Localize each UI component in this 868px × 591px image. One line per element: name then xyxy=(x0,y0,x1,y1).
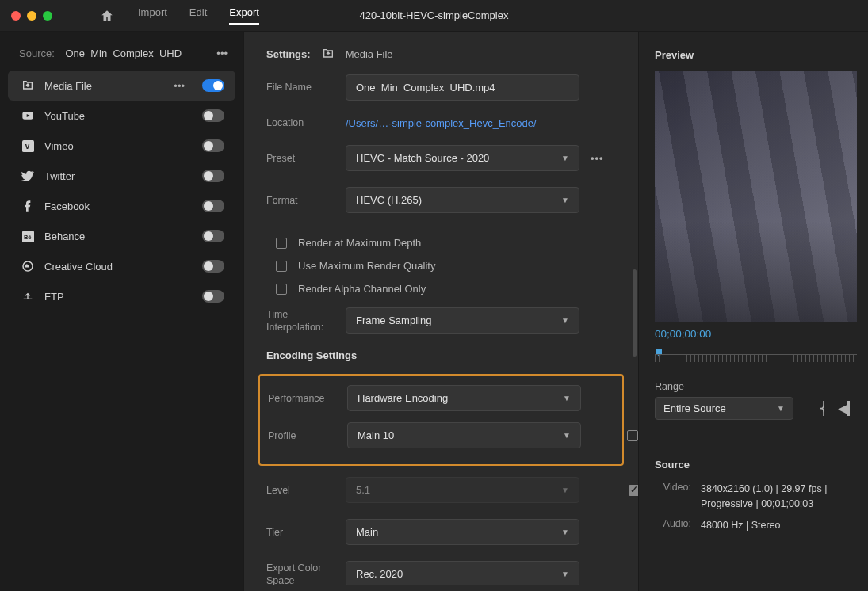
chevron-down-icon: ▼ xyxy=(561,528,569,536)
dest-vimeo[interactable]: v Vimeo xyxy=(8,131,235,161)
source-label: Source: xyxy=(19,48,55,59)
in-out-markers: ⎨ ◀▎ xyxy=(819,401,857,416)
dest-label: FTP xyxy=(44,291,193,303)
dest-media-file[interactable]: Media File ••• xyxy=(8,71,235,101)
check-render-max-depth[interactable]: Render at Maximum Depth xyxy=(276,237,616,249)
dest-toggle[interactable] xyxy=(202,290,224,303)
timecode[interactable]: 00;00;00;00 xyxy=(655,328,868,340)
mark-in-button[interactable]: ⎨ xyxy=(819,401,828,416)
tier-select[interactable]: Main▼ xyxy=(346,519,579,545)
timeline[interactable] xyxy=(655,348,857,365)
chevron-down-icon: ▼ xyxy=(561,486,569,494)
colorspace-label: Export Color Space xyxy=(266,562,346,586)
profile-match-checkbox[interactable] xyxy=(627,430,638,441)
encoding-settings-title: Encoding Settings xyxy=(266,349,616,361)
profile-select[interactable]: Main 10▼ xyxy=(347,422,581,448)
preset-select[interactable]: HEVC - Match Source - 2020▼ xyxy=(346,145,579,171)
dest-toggle[interactable] xyxy=(202,109,224,122)
dest-toggle[interactable] xyxy=(202,230,224,242)
check-label: Render at Maximum Depth xyxy=(298,237,421,249)
audio-info-label: Audio: xyxy=(655,518,691,533)
colorspace-select[interactable]: Rec. 2020▼ xyxy=(346,561,579,585)
dest-toggle[interactable] xyxy=(202,260,224,273)
chevron-down-icon: ▼ xyxy=(561,196,569,204)
preset-label: Preset xyxy=(266,152,346,165)
dest-label: Twitter xyxy=(44,170,193,182)
dest-behance[interactable]: Bē Behance xyxy=(8,221,235,251)
profile-value: Main 10 xyxy=(358,429,394,441)
dest-youtube[interactable]: YouTube xyxy=(8,101,235,131)
window-controls xyxy=(11,11,52,21)
level-label: Level xyxy=(266,484,346,497)
dest-toggle[interactable] xyxy=(202,139,224,152)
export-icon xyxy=(21,78,35,93)
source-clip-name[interactable]: One_Min_Complex_UHD xyxy=(65,48,182,59)
preview-panel: Preview 00;00;00;00 Range Entire Source▼… xyxy=(638,32,868,591)
minimize-window-button[interactable] xyxy=(27,11,36,21)
checkbox-icon xyxy=(276,284,287,295)
location-link[interactable]: /Users/…-simple-complex_Hevc_Encode/ xyxy=(346,117,537,129)
tier-value: Main xyxy=(356,526,378,538)
time-interp-value: Frame Sampling xyxy=(356,315,431,326)
timeline-ruler xyxy=(655,354,857,362)
profile-label: Profile xyxy=(268,429,347,442)
dest-facebook[interactable]: Facebook xyxy=(8,191,235,221)
format-label: Format xyxy=(266,194,346,207)
level-value: 5.1 xyxy=(356,484,370,496)
colorspace-value: Rec. 2020 xyxy=(356,568,403,580)
preset-more-button[interactable]: ••• xyxy=(591,152,604,164)
youtube-icon xyxy=(21,109,35,123)
tab-import[interactable]: Import xyxy=(138,6,167,25)
tab-edit[interactable]: Edit xyxy=(189,6,207,25)
video-info-value: 3840x2160 (1.0) | 29.97 fps | Progressiv… xyxy=(701,482,857,512)
audio-info-value: 48000 Hz | Stereo xyxy=(701,518,857,533)
destination-list: Media File ••• YouTube v Vimeo Twitter xyxy=(0,71,243,311)
scrollbar[interactable] xyxy=(633,269,637,357)
dest-twitter[interactable]: Twitter xyxy=(8,161,235,191)
format-select[interactable]: HEVC (H.265)▼ xyxy=(346,187,579,213)
dest-more-icon[interactable]: ••• xyxy=(174,80,185,92)
highlighted-settings: Performance Hardware Encoding▼ Profile M… xyxy=(258,374,624,466)
chevron-down-icon: ▼ xyxy=(563,394,571,402)
dest-creative-cloud[interactable]: Creative Cloud xyxy=(8,251,235,281)
level-select: 5.1▼ xyxy=(346,477,579,503)
dest-label: Behance xyxy=(44,231,193,242)
window-title: 420-10bit-HEVC-simpleComplex xyxy=(360,10,509,21)
source-info-title: Source xyxy=(655,459,857,471)
file-name-input[interactable] xyxy=(346,74,579,101)
video-info-label: Video: xyxy=(655,482,691,512)
time-interp-select[interactable]: Frame Sampling▼ xyxy=(346,307,579,334)
svg-text:Bē: Bē xyxy=(23,233,31,240)
range-select[interactable]: Entire Source▼ xyxy=(655,397,793,420)
destinations-panel: Source: One_Min_Complex_UHD ••• Media Fi… xyxy=(0,32,244,591)
checkbox-icon xyxy=(276,238,287,249)
performance-label: Performance xyxy=(268,392,347,405)
mark-out-button[interactable]: ◀▎ xyxy=(838,401,857,416)
range-value: Entire Source xyxy=(663,402,726,414)
media-file-icon xyxy=(322,48,335,60)
close-window-button[interactable] xyxy=(11,11,21,21)
dest-ftp[interactable]: FTP xyxy=(8,281,235,311)
tab-export[interactable]: Export xyxy=(229,6,259,25)
settings-label: Settings: xyxy=(266,48,311,60)
preview-title: Preview xyxy=(655,49,868,61)
checkbox-icon xyxy=(276,261,287,272)
dest-toggle[interactable] xyxy=(202,170,224,182)
creativecloud-icon xyxy=(21,259,35,273)
dest-toggle[interactable] xyxy=(202,200,224,212)
level-match-checkbox[interactable] xyxy=(629,485,638,496)
maximize-window-button[interactable] xyxy=(43,11,52,21)
dest-label: Creative Cloud xyxy=(44,261,193,273)
chevron-down-icon: ▼ xyxy=(563,431,571,440)
settings-subtitle: Media File xyxy=(346,48,393,60)
check-max-render-quality[interactable]: Use Maximum Render Quality xyxy=(276,260,616,272)
source-more-icon[interactable]: ••• xyxy=(215,48,229,59)
format-value: HEVC (H.265) xyxy=(356,194,422,206)
performance-select[interactable]: Hardware Encoding▼ xyxy=(347,385,581,411)
check-alpha-only[interactable]: Render Alpha Channel Only xyxy=(276,283,616,295)
home-icon[interactable] xyxy=(100,9,114,23)
ftp-icon xyxy=(21,289,35,303)
preview-image xyxy=(655,71,857,322)
behance-icon: Bē xyxy=(21,229,35,243)
dest-toggle[interactable] xyxy=(202,79,224,92)
